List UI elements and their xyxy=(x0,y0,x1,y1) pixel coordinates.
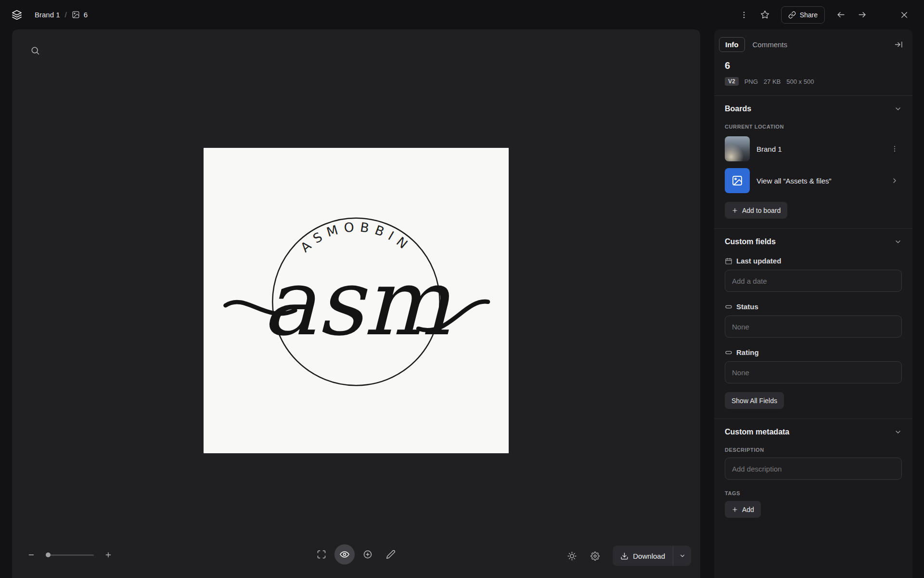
next-asset-button[interactable] xyxy=(853,6,871,24)
add-to-board-button[interactable]: Add to board xyxy=(725,202,787,219)
favorite-button[interactable] xyxy=(756,6,774,24)
current-location-label: CURRENT LOCATION xyxy=(725,124,902,130)
comment-plus-icon xyxy=(363,550,372,559)
custom-field-rating: Rating xyxy=(725,348,902,383)
chevron-down-icon xyxy=(894,428,902,436)
chevron-down-icon xyxy=(679,552,686,559)
zoom-slider-track xyxy=(46,554,94,556)
search-icon xyxy=(30,46,40,55)
download-icon xyxy=(620,552,629,560)
breadcrumb-asset[interactable]: 6 xyxy=(72,11,88,19)
arrow-left-icon xyxy=(836,10,846,19)
zoom-controls xyxy=(24,547,116,563)
custom-metadata-header-label: Custom metadata xyxy=(725,428,789,436)
link-icon xyxy=(788,11,796,19)
kebab-icon xyxy=(740,11,748,19)
zoom-slider[interactable] xyxy=(46,552,94,558)
settings-button[interactable] xyxy=(586,547,604,565)
divider xyxy=(714,95,912,96)
view-all-row[interactable]: View all “Assets & files” xyxy=(725,168,902,193)
image-icon xyxy=(72,11,80,19)
show-all-fields-button[interactable]: Show All Fields xyxy=(725,392,784,409)
eye-icon xyxy=(340,550,349,559)
file-dimensions: 500 x 500 xyxy=(786,78,814,85)
divider xyxy=(714,419,912,419)
zoom-search-button[interactable] xyxy=(26,41,45,60)
tab-info[interactable]: Info xyxy=(719,37,745,52)
view-all-label: View all “Assets & files” xyxy=(757,177,881,185)
version-badge[interactable]: V2 xyxy=(725,77,739,86)
share-button-label: Share xyxy=(800,11,818,19)
annotate-button[interactable] xyxy=(358,544,378,565)
sun-icon xyxy=(567,552,577,561)
app-logo-icon[interactable] xyxy=(12,10,22,20)
add-tag-button[interactable]: Add xyxy=(725,501,761,518)
custom-fields-header-label: Custom fields xyxy=(725,237,776,246)
canvas-panel: ASMOBBIN asm xyxy=(12,29,700,578)
top-bar: Brand 1 / 6 xyxy=(0,0,924,29)
zoom-slider-knob[interactable] xyxy=(46,552,51,557)
field-label-rating: Rating xyxy=(736,348,759,356)
share-button[interactable]: Share xyxy=(781,6,825,24)
field-label-status: Status xyxy=(736,302,758,311)
view-mode-button[interactable] xyxy=(334,544,355,565)
custom-metadata-section-header[interactable]: Custom metadata xyxy=(725,428,902,436)
info-sidebar: Info Comments 6 V2 PNG 27 KB 500 x 500 B… xyxy=(714,29,912,578)
download-options-button[interactable] xyxy=(673,546,691,566)
chevron-down-icon xyxy=(894,238,902,246)
star-icon xyxy=(760,10,770,19)
breadcrumb-separator: / xyxy=(65,11,67,19)
previous-asset-button[interactable] xyxy=(832,6,850,24)
zoom-out-button[interactable] xyxy=(24,547,39,563)
fullscreen-button[interactable] xyxy=(311,544,332,565)
chevron-right-icon xyxy=(887,173,902,188)
plus-icon xyxy=(732,207,738,214)
tags-label: TAGS xyxy=(725,490,902,496)
add-to-board-label: Add to board xyxy=(742,207,781,214)
chevron-down-icon xyxy=(894,105,902,113)
sidebar-tabs: Info Comments xyxy=(719,37,793,52)
board-row[interactable]: Brand 1 xyxy=(725,136,902,161)
board-name: Brand 1 xyxy=(757,145,881,153)
custom-field-last-updated: Last updated xyxy=(725,257,902,292)
download-split-button: Download xyxy=(613,546,691,566)
minus-icon xyxy=(27,551,35,559)
board-options-button[interactable] xyxy=(887,142,902,156)
calendar-icon xyxy=(725,257,732,265)
kebab-icon xyxy=(891,145,898,153)
close-icon xyxy=(900,11,909,19)
custom-field-status: Status xyxy=(725,302,902,338)
last-updated-input[interactable] xyxy=(725,270,902,292)
pen-icon xyxy=(386,550,396,559)
sidebar-header: Info Comments xyxy=(719,36,907,53)
collapse-sidebar-button[interactable] xyxy=(890,36,907,53)
field-label-last-updated: Last updated xyxy=(736,257,781,265)
brightness-button[interactable] xyxy=(563,547,581,565)
custom-fields-section-header[interactable]: Custom fields xyxy=(725,237,902,246)
zoom-in-button[interactable] xyxy=(101,547,116,563)
boards-section-header[interactable]: Boards xyxy=(725,105,902,113)
select-field-icon xyxy=(725,349,732,356)
file-size: 27 KB xyxy=(764,78,781,85)
arrow-right-icon xyxy=(858,10,867,19)
divider xyxy=(714,228,912,229)
asset-meta: V2 PNG 27 KB 500 x 500 xyxy=(725,77,902,86)
logo-script-text: asm xyxy=(262,249,450,356)
more-options-button[interactable] xyxy=(735,6,753,24)
file-format: PNG xyxy=(744,78,758,85)
collapse-panel-icon xyxy=(894,40,903,49)
tab-comments[interactable]: Comments xyxy=(747,38,794,52)
breadcrumb-asset-label: 6 xyxy=(84,11,88,19)
breadcrumb-board[interactable]: Brand 1 xyxy=(35,11,60,19)
plus-icon xyxy=(732,506,738,513)
gear-icon xyxy=(590,552,600,561)
rating-input[interactable] xyxy=(725,361,902,383)
download-button[interactable]: Download xyxy=(613,546,673,566)
show-all-fields-label: Show All Fields xyxy=(732,397,777,405)
canvas-right-controls: Download xyxy=(563,546,691,566)
description-input[interactable] xyxy=(725,458,902,480)
close-button[interactable] xyxy=(895,6,913,24)
status-input[interactable] xyxy=(725,315,902,338)
description-label: DESCRIPTION xyxy=(725,447,902,453)
edit-button[interactable] xyxy=(381,544,401,565)
